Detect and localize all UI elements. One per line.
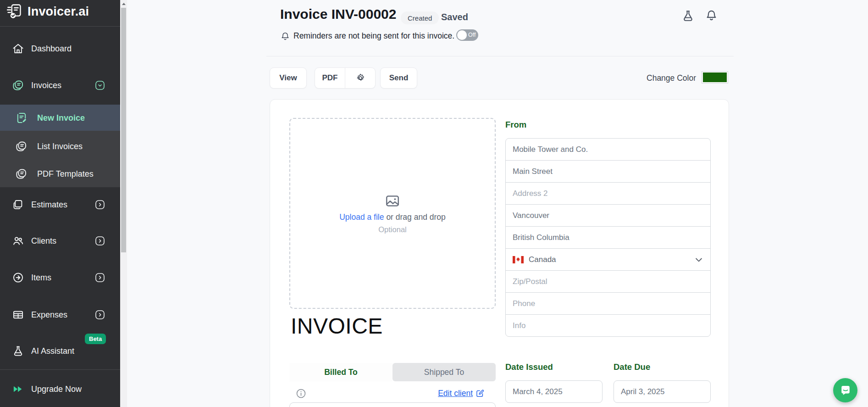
drag-drop-text: or drag and drop xyxy=(386,212,445,222)
sidebar-item-expenses[interactable]: Expenses xyxy=(0,303,120,327)
sidebar-item-upgrade[interactable]: Upgrade Now xyxy=(0,377,120,401)
sidebar-item-clients[interactable]: Clients xyxy=(0,229,120,253)
sidebar-item-label: Expenses xyxy=(31,310,67,320)
sidebar-item-dashboard[interactable]: Dashboard xyxy=(0,37,120,61)
address1-input[interactable] xyxy=(506,161,710,182)
pdf-button[interactable]: PDF xyxy=(315,68,345,88)
chat-bubble-icon xyxy=(839,384,852,397)
color-picker-swatch[interactable] xyxy=(702,71,728,84)
phone-input[interactable] xyxy=(506,293,710,314)
header-divider xyxy=(266,56,734,56)
sidebar-item-new-invoice[interactable]: New Invoice xyxy=(0,105,120,131)
edit-client-row: Edit client xyxy=(289,389,485,398)
page-title: Invoice INV-00002 xyxy=(280,6,396,22)
address2-field-row xyxy=(505,182,711,205)
state-field-row xyxy=(505,226,711,249)
country-select[interactable]: Canada xyxy=(505,248,711,271)
phone-field-row xyxy=(505,292,711,315)
reminder-message: Reminders are not being sent for this in… xyxy=(293,31,454,41)
sidebar-item-label: New Invoice xyxy=(37,113,85,123)
state-input[interactable] xyxy=(506,227,710,248)
bell-icon xyxy=(280,31,290,41)
sidebar-item-label: AI Assistant xyxy=(31,346,74,356)
sidebar-item-label: Estimates xyxy=(31,200,67,210)
fast-forward-icon xyxy=(12,383,24,396)
sidebar-divider-bottom xyxy=(0,369,120,370)
from-fields-group: Canada xyxy=(505,138,711,337)
arrow-circle-icon xyxy=(12,272,24,284)
address2-input[interactable] xyxy=(506,183,710,204)
address1-field-row xyxy=(505,160,711,183)
zip-field-row xyxy=(505,270,711,293)
sidebar-item-estimates[interactable]: Estimates xyxy=(0,193,120,217)
chevron-down-icon xyxy=(94,80,105,91)
edit-client-link[interactable]: Edit client xyxy=(438,389,473,398)
sidebar-item-label: Invoices xyxy=(31,81,61,90)
color-swatch-fill xyxy=(703,72,727,82)
notifications-bell-icon[interactable] xyxy=(705,9,718,22)
client-name-input[interactable] xyxy=(289,402,496,407)
date-due-label: Date Due xyxy=(614,362,650,372)
invoice-doc-title: INVOICE xyxy=(291,313,383,339)
sidebar-item-label: Dashboard xyxy=(31,44,72,54)
invoicer-logo-icon xyxy=(6,3,23,20)
reminders-toggle[interactable]: Off xyxy=(456,29,478,41)
date-issued-label: Date Issued xyxy=(505,362,553,372)
info-input[interactable] xyxy=(506,315,710,336)
pdf-split-button: PDF xyxy=(315,67,376,89)
copy-icon xyxy=(12,199,24,211)
home-icon xyxy=(12,43,24,55)
zip-input[interactable] xyxy=(506,271,710,292)
sidebar-item-invoices[interactable]: Invoices xyxy=(0,73,120,97)
chat-widget-button[interactable] xyxy=(833,378,857,402)
toggle-state-label: Off xyxy=(468,32,475,38)
sidebar-item-label: List Invoices xyxy=(37,142,83,151)
sidebar-item-items[interactable]: Items xyxy=(0,266,120,290)
sidebar-item-label: PDF Templates xyxy=(37,169,94,179)
sidebar-item-list-invoices[interactable]: List Invoices xyxy=(0,134,120,158)
invoices-icon xyxy=(15,140,28,153)
gear-icon xyxy=(355,73,365,83)
send-button[interactable]: Send xyxy=(380,67,417,89)
sidebar-item-label: Clients xyxy=(31,236,56,246)
sidebar-item-ai-assistant[interactable]: AI Assistant xyxy=(0,339,120,363)
sidebar-item-label: Items xyxy=(31,273,51,283)
table-icon xyxy=(12,309,24,321)
sidebar-item-pdf-templates[interactable]: PDF Templates xyxy=(0,162,120,186)
users-icon xyxy=(12,235,24,247)
tab-billed-to[interactable]: Billed To xyxy=(289,363,393,381)
date-issued-input[interactable] xyxy=(505,380,603,403)
invoice-editor-card: Upload a file or drag and drop Optional … xyxy=(270,99,729,407)
country-value: Canada xyxy=(529,255,556,264)
sidebar-item-label: Upgrade Now xyxy=(31,385,82,394)
flask-icon xyxy=(12,345,24,357)
app-logo[interactable]: Invoicer.ai xyxy=(6,3,89,20)
change-color-label: Change Color xyxy=(624,73,696,83)
app-window: Invoicer.ai Dashboard Invoices xyxy=(0,0,868,407)
date-due-input[interactable] xyxy=(614,380,711,403)
status-badge: Created xyxy=(401,11,439,24)
city-input[interactable] xyxy=(506,205,710,226)
toggle-knob xyxy=(457,30,467,40)
file-pen-icon xyxy=(15,112,28,124)
sidebar: Invoicer.ai Dashboard Invoices xyxy=(0,0,120,407)
invoices-icon xyxy=(12,79,24,92)
image-icon xyxy=(384,193,401,209)
upload-file-link[interactable]: Upload a file xyxy=(339,212,384,222)
chevron-right-icon xyxy=(94,199,105,210)
sidebar-divider-top xyxy=(0,26,120,27)
company-input[interactable] xyxy=(506,139,710,160)
canada-flag-icon xyxy=(513,256,524,263)
saved-indicator: Saved xyxy=(441,12,468,22)
city-field-row xyxy=(505,204,711,227)
sidebar-scrollbar xyxy=(120,0,127,407)
chevron-right-icon xyxy=(94,272,105,283)
view-button[interactable]: View xyxy=(270,67,307,89)
from-section-label: From xyxy=(505,120,526,130)
pdf-settings-button[interactable] xyxy=(345,68,375,88)
logo-upload-dropzone[interactable]: Upload a file or drag and drop Optional xyxy=(289,118,496,309)
scrollbar-thumb[interactable] xyxy=(121,8,126,252)
labs-flask-icon[interactable] xyxy=(681,9,695,22)
tab-shipped-to[interactable]: Shipped To xyxy=(393,363,496,381)
scrollbar-up-arrow[interactable] xyxy=(120,0,127,7)
